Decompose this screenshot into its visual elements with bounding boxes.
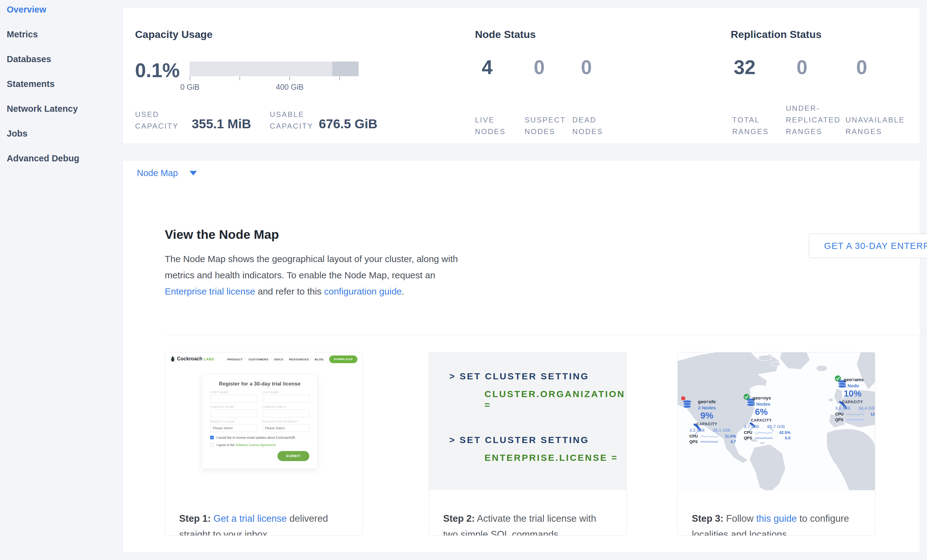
nav-item: DOCS	[274, 358, 283, 361]
last-name-field	[262, 395, 309, 403]
nav-item: BLOG	[315, 358, 324, 361]
submit-button: SUBMIT	[277, 451, 309, 461]
axis-tick-label: 0 GiB	[180, 83, 200, 91]
sidebar-item-advanced-debug[interactable]: Advanced Debug	[7, 153, 123, 164]
first-name-field	[210, 395, 257, 403]
label-line: DEAD	[572, 114, 603, 126]
map-node-sfo: geo=sfo 2 Nodes 9% CAPACITY 3.2 GiB 35.1…	[678, 395, 740, 444]
suspect-nodes-value: 0	[534, 56, 545, 79]
under-replicated-ranges-stat: 0 UNDER- REPLICATED RANGES	[786, 8, 845, 144]
unavailable-ranges-stat: 0 UNAVAILABLE RANGES	[845, 8, 907, 144]
total-ranges-stat: 32 TOTAL RANGES	[732, 8, 785, 144]
cpu-row: CPU 11.0%	[689, 434, 736, 439]
section-divider	[165, 335, 927, 335]
get-trial-license-link[interactable]: Get a trial license	[213, 513, 287, 524]
total-ranges-label: TOTAL RANGES	[732, 114, 769, 138]
qps-row: QPS 0.0	[835, 417, 875, 422]
this-guide-link[interactable]: this guide	[756, 513, 797, 524]
code-line: CLUSTER.ORGANIZATION =	[485, 389, 626, 411]
cpu-label: CPU	[744, 430, 755, 435]
cpu-value: 42.5%	[779, 430, 790, 435]
used-capacity: 3.6 GiB	[835, 406, 850, 411]
label-line: NODES	[475, 126, 506, 138]
label-line: CAPACITY	[135, 120, 192, 132]
cpu-label: CPU	[835, 412, 846, 416]
registration-form-title: Register for a 30-day trial license	[210, 381, 309, 387]
label-line: TOTAL	[732, 114, 769, 126]
qps-row: QPS 4.7	[689, 439, 736, 444]
step-2-card: > SET CLUSTER SETTING CLUSTER.ORGANIZATI…	[429, 352, 626, 536]
cockroach-bug-icon	[170, 356, 175, 362]
email-updates-checkbox-row: ✓ I would like to receive email updates …	[210, 436, 309, 439]
checkbox-checked-icon: ✓	[210, 436, 214, 439]
brand-suffix: LABS	[204, 357, 214, 361]
under-replicated-ranges-value: 0	[796, 56, 808, 79]
capacity-usage-title: Capacity Usage	[135, 29, 213, 40]
axis-tick	[190, 77, 190, 80]
field-label: REASON FOR INTEREST	[262, 420, 309, 423]
dead-nodes-label: DEAD NODES	[572, 114, 603, 138]
sidebar-item-statements[interactable]: Statements	[7, 79, 123, 89]
checkbox-unchecked-icon	[210, 443, 214, 447]
live-nodes-label: LIVE NODES	[475, 114, 506, 138]
suspect-nodes-label: SUSPECT NODES	[524, 114, 565, 138]
axis-tick	[240, 77, 240, 80]
node-map-thumbnail: geo=sfo 2 Nodes 9% CAPACITY 3.2 GiB 35.1…	[678, 352, 875, 490]
step-1-card: Cockroach LABS PRODUCT CUSTOMERS DOCS RE…	[165, 352, 363, 536]
label-line: CAPACITY	[270, 120, 319, 132]
company-name-field	[210, 409, 257, 417]
site-header: Cockroach LABS PRODUCT CUSTOMERS DOCS RE…	[165, 352, 362, 366]
cpu-sparkline	[846, 413, 864, 416]
field-label: LAST NAME	[262, 391, 309, 394]
qps-label: QPS	[689, 439, 701, 444]
field-label: FIRST NAME	[210, 391, 257, 394]
sidebar-item-overview[interactable]: Overview	[7, 4, 123, 15]
node-map-selector[interactable]: Node Map	[123, 160, 920, 186]
capacity-stats-row: USED CAPACITY 355.1 MiB USABLE CAPACITY …	[135, 109, 377, 132]
usable-capacity-value: 676.5 GiB	[319, 117, 377, 132]
download-button: DOWNLOAD	[329, 355, 357, 363]
field-label: COMPANY EMAIL	[262, 405, 309, 408]
step-label: Step 2:	[443, 513, 475, 524]
label-line: NODES	[572, 126, 603, 138]
brand-name: Cockroach	[177, 356, 202, 361]
caption-text	[211, 513, 213, 524]
checkbox-text: I agree to the	[216, 443, 236, 447]
company-email-field	[262, 409, 309, 417]
capacity-label: CAPACITY	[842, 400, 863, 404]
sidebar-item-network-latency[interactable]: Network Latency	[7, 103, 123, 114]
capacity-percent: 9%	[701, 411, 713, 420]
capacity-label: CAPACITY	[751, 418, 772, 422]
unavailable-ranges-value: 0	[856, 56, 867, 79]
get-enterprise-trial-button[interactable]: GET A 30-DAY ENTERPRISE TRIAL	[809, 234, 927, 258]
label-line: NODES	[524, 126, 565, 138]
field-label: COMPANY NAME	[210, 405, 257, 408]
used-capacity: 3.2 GiB	[689, 428, 705, 433]
chevron-down-icon[interactable]	[190, 171, 197, 175]
live-nodes-stat: 4 LIVE NODES	[475, 8, 524, 144]
capacity-percent: 10%	[844, 389, 862, 398]
step-3-card: geo=sfo 2 Nodes 9% CAPACITY 3.2 GiB 35.1…	[678, 352, 875, 536]
caption-text: Follow	[723, 513, 756, 524]
sidebar-item-databases[interactable]: Databases	[7, 54, 123, 64]
sidebar-item-jobs[interactable]: Jobs	[7, 128, 123, 139]
cluster-summary-card: Capacity Usage 0.1% 0 GiB 400 GiB USED C…	[123, 8, 920, 144]
unavailable-ranges-label: UNAVAILABLE RANGES	[845, 114, 905, 138]
suspect-nodes-stat: 0 SUSPECT NODES	[524, 8, 572, 144]
label-line: UNDER-	[786, 103, 840, 114]
sidebar-item-metrics[interactable]: Metrics	[7, 29, 123, 39]
desc-text: The Node Map shows the geographical layo…	[165, 254, 458, 280]
total-capacity: 35.1 GiB	[713, 428, 730, 433]
sidebar: Overview Metrics Databases Statements Ne…	[0, 0, 123, 560]
panel-heading: View the Node Map	[165, 228, 279, 242]
reason-for-interest-select: Please Select	[262, 424, 309, 432]
cpu-row: CPU 42.5%	[744, 430, 790, 435]
enterprise-trial-license-link[interactable]: Enterprise trial license	[165, 286, 255, 296]
qps-sparkline	[755, 436, 773, 440]
label-line: REPLICATED	[786, 114, 840, 126]
node-map-selector-label[interactable]: Node Map	[137, 168, 178, 178]
used-capacity-value: 355.1 MiB	[192, 117, 270, 132]
code-line: > SET CLUSTER SETTING	[449, 371, 626, 382]
configuration-guide-link[interactable]: configuration guide	[324, 286, 402, 296]
label-line: RANGES	[732, 126, 769, 138]
